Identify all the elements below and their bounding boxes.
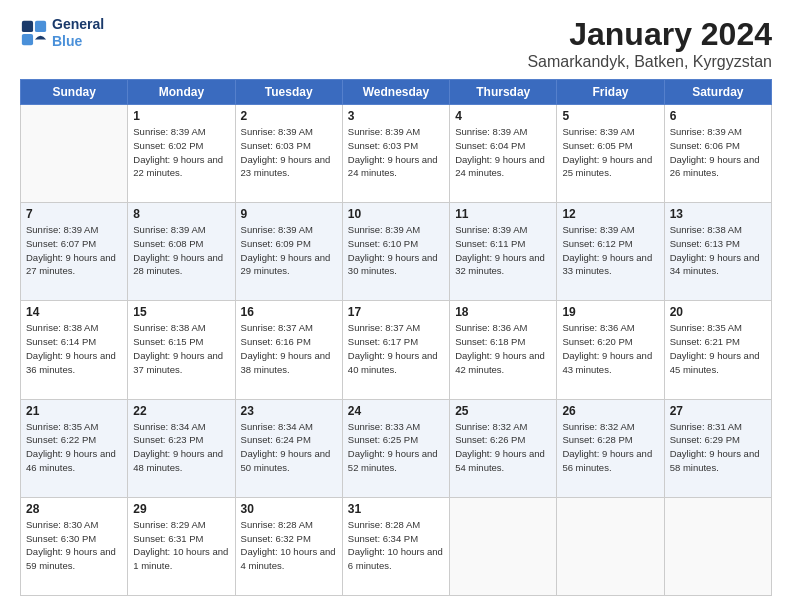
day-number: 25 (455, 404, 551, 418)
calendar-cell: 27Sunrise: 8:31 AMSunset: 6:29 PMDayligh… (664, 399, 771, 497)
col-wednesday: Wednesday (342, 80, 449, 105)
calendar-cell: 19Sunrise: 8:36 AMSunset: 6:20 PMDayligh… (557, 301, 664, 399)
calendar-cell: 14Sunrise: 8:38 AMSunset: 6:14 PMDayligh… (21, 301, 128, 399)
day-info: Sunrise: 8:36 AMSunset: 6:20 PMDaylight:… (562, 321, 658, 376)
day-info: Sunrise: 8:39 AMSunset: 6:10 PMDaylight:… (348, 223, 444, 278)
day-info: Sunrise: 8:38 AMSunset: 6:13 PMDaylight:… (670, 223, 766, 278)
day-info: Sunrise: 8:32 AMSunset: 6:28 PMDaylight:… (562, 420, 658, 475)
day-number: 17 (348, 305, 444, 319)
day-info: Sunrise: 8:39 AMSunset: 6:06 PMDaylight:… (670, 125, 766, 180)
col-tuesday: Tuesday (235, 80, 342, 105)
calendar-cell: 12Sunrise: 8:39 AMSunset: 6:12 PMDayligh… (557, 203, 664, 301)
calendar-cell: 24Sunrise: 8:33 AMSunset: 6:25 PMDayligh… (342, 399, 449, 497)
day-number: 16 (241, 305, 337, 319)
calendar-header-row: Sunday Monday Tuesday Wednesday Thursday… (21, 80, 772, 105)
day-info: Sunrise: 8:39 AMSunset: 6:02 PMDaylight:… (133, 125, 229, 180)
day-info: Sunrise: 8:39 AMSunset: 6:11 PMDaylight:… (455, 223, 551, 278)
calendar-cell: 30Sunrise: 8:28 AMSunset: 6:32 PMDayligh… (235, 497, 342, 595)
calendar-cell: 21Sunrise: 8:35 AMSunset: 6:22 PMDayligh… (21, 399, 128, 497)
day-number: 8 (133, 207, 229, 221)
day-info: Sunrise: 8:28 AMSunset: 6:34 PMDaylight:… (348, 518, 444, 573)
day-number: 30 (241, 502, 337, 516)
logo-text: General Blue (52, 16, 104, 50)
day-number: 24 (348, 404, 444, 418)
day-info: Sunrise: 8:37 AMSunset: 6:16 PMDaylight:… (241, 321, 337, 376)
col-friday: Friday (557, 80, 664, 105)
calendar-cell: 22Sunrise: 8:34 AMSunset: 6:23 PMDayligh… (128, 399, 235, 497)
day-number: 7 (26, 207, 122, 221)
day-number: 14 (26, 305, 122, 319)
calendar-cell: 8Sunrise: 8:39 AMSunset: 6:08 PMDaylight… (128, 203, 235, 301)
day-number: 18 (455, 305, 551, 319)
day-info: Sunrise: 8:37 AMSunset: 6:17 PMDaylight:… (348, 321, 444, 376)
day-number: 27 (670, 404, 766, 418)
logo-icon (20, 19, 48, 47)
calendar-row-0: 1Sunrise: 8:39 AMSunset: 6:02 PMDaylight… (21, 105, 772, 203)
calendar-cell: 20Sunrise: 8:35 AMSunset: 6:21 PMDayligh… (664, 301, 771, 399)
calendar-cell: 26Sunrise: 8:32 AMSunset: 6:28 PMDayligh… (557, 399, 664, 497)
calendar-row-1: 7Sunrise: 8:39 AMSunset: 6:07 PMDaylight… (21, 203, 772, 301)
day-info: Sunrise: 8:38 AMSunset: 6:15 PMDaylight:… (133, 321, 229, 376)
day-number: 15 (133, 305, 229, 319)
day-number: 9 (241, 207, 337, 221)
calendar-cell: 23Sunrise: 8:34 AMSunset: 6:24 PMDayligh… (235, 399, 342, 497)
day-number: 20 (670, 305, 766, 319)
day-info: Sunrise: 8:33 AMSunset: 6:25 PMDaylight:… (348, 420, 444, 475)
day-number: 6 (670, 109, 766, 123)
calendar-cell: 16Sunrise: 8:37 AMSunset: 6:16 PMDayligh… (235, 301, 342, 399)
col-monday: Monday (128, 80, 235, 105)
calendar-cell: 31Sunrise: 8:28 AMSunset: 6:34 PMDayligh… (342, 497, 449, 595)
calendar-cell: 5Sunrise: 8:39 AMSunset: 6:05 PMDaylight… (557, 105, 664, 203)
calendar-cell (21, 105, 128, 203)
day-info: Sunrise: 8:39 AMSunset: 6:09 PMDaylight:… (241, 223, 337, 278)
svg-rect-0 (22, 21, 33, 32)
day-number: 4 (455, 109, 551, 123)
calendar-cell: 18Sunrise: 8:36 AMSunset: 6:18 PMDayligh… (450, 301, 557, 399)
svg-rect-2 (22, 34, 33, 45)
day-number: 11 (455, 207, 551, 221)
logo-line2: Blue (52, 33, 82, 49)
day-info: Sunrise: 8:35 AMSunset: 6:22 PMDaylight:… (26, 420, 122, 475)
calendar-cell: 7Sunrise: 8:39 AMSunset: 6:07 PMDaylight… (21, 203, 128, 301)
day-info: Sunrise: 8:36 AMSunset: 6:18 PMDaylight:… (455, 321, 551, 376)
calendar-cell: 1Sunrise: 8:39 AMSunset: 6:02 PMDaylight… (128, 105, 235, 203)
main-title: January 2024 (527, 16, 772, 53)
calendar-cell: 11Sunrise: 8:39 AMSunset: 6:11 PMDayligh… (450, 203, 557, 301)
day-info: Sunrise: 8:28 AMSunset: 6:32 PMDaylight:… (241, 518, 337, 573)
calendar-cell: 2Sunrise: 8:39 AMSunset: 6:03 PMDaylight… (235, 105, 342, 203)
day-info: Sunrise: 8:31 AMSunset: 6:29 PMDaylight:… (670, 420, 766, 475)
day-number: 28 (26, 502, 122, 516)
day-number: 2 (241, 109, 337, 123)
day-info: Sunrise: 8:39 AMSunset: 6:04 PMDaylight:… (455, 125, 551, 180)
day-info: Sunrise: 8:38 AMSunset: 6:14 PMDaylight:… (26, 321, 122, 376)
day-info: Sunrise: 8:32 AMSunset: 6:26 PMDaylight:… (455, 420, 551, 475)
calendar-cell: 13Sunrise: 8:38 AMSunset: 6:13 PMDayligh… (664, 203, 771, 301)
day-number: 1 (133, 109, 229, 123)
day-info: Sunrise: 8:34 AMSunset: 6:23 PMDaylight:… (133, 420, 229, 475)
calendar-cell: 28Sunrise: 8:30 AMSunset: 6:30 PMDayligh… (21, 497, 128, 595)
calendar-cell: 6Sunrise: 8:39 AMSunset: 6:06 PMDaylight… (664, 105, 771, 203)
day-info: Sunrise: 8:30 AMSunset: 6:30 PMDaylight:… (26, 518, 122, 573)
page: General Blue January 2024 Samarkandyk, B… (0, 0, 792, 612)
day-number: 22 (133, 404, 229, 418)
day-info: Sunrise: 8:35 AMSunset: 6:21 PMDaylight:… (670, 321, 766, 376)
col-thursday: Thursday (450, 80, 557, 105)
calendar-cell: 15Sunrise: 8:38 AMSunset: 6:15 PMDayligh… (128, 301, 235, 399)
logo: General Blue (20, 16, 104, 50)
calendar-cell (450, 497, 557, 595)
day-number: 3 (348, 109, 444, 123)
calendar-cell (664, 497, 771, 595)
day-number: 26 (562, 404, 658, 418)
col-sunday: Sunday (21, 80, 128, 105)
day-number: 23 (241, 404, 337, 418)
calendar-row-2: 14Sunrise: 8:38 AMSunset: 6:14 PMDayligh… (21, 301, 772, 399)
day-info: Sunrise: 8:39 AMSunset: 6:07 PMDaylight:… (26, 223, 122, 278)
day-number: 19 (562, 305, 658, 319)
day-number: 21 (26, 404, 122, 418)
day-info: Sunrise: 8:39 AMSunset: 6:05 PMDaylight:… (562, 125, 658, 180)
day-info: Sunrise: 8:39 AMSunset: 6:12 PMDaylight:… (562, 223, 658, 278)
day-info: Sunrise: 8:39 AMSunset: 6:03 PMDaylight:… (241, 125, 337, 180)
logo-line1: General (52, 16, 104, 33)
day-info: Sunrise: 8:29 AMSunset: 6:31 PMDaylight:… (133, 518, 229, 573)
calendar-cell: 4Sunrise: 8:39 AMSunset: 6:04 PMDaylight… (450, 105, 557, 203)
